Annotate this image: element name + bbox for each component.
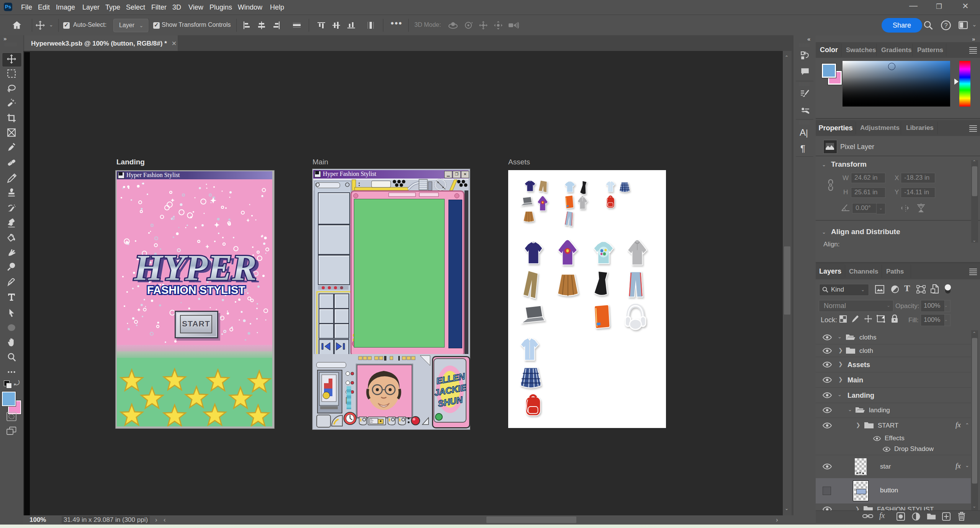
svg-text:?: ?: [944, 22, 947, 29]
svg-text:HYPER: HYPER: [134, 247, 257, 288]
svg-text:FASHION STYLIST: FASHION STYLIST: [147, 284, 245, 296]
